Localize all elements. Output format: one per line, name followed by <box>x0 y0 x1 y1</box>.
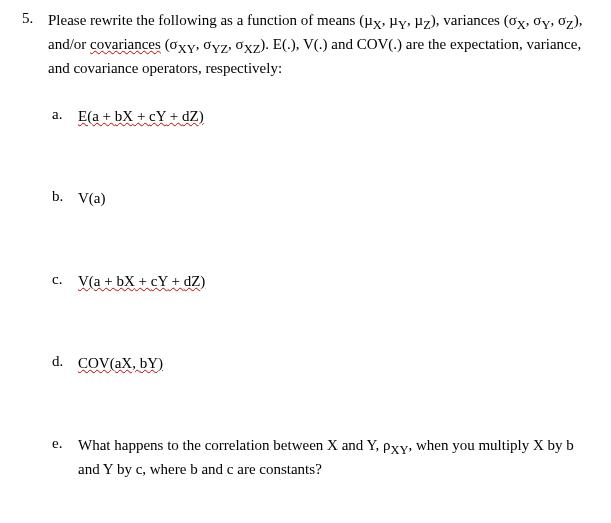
subpart-b: b. V(a) <box>22 188 589 208</box>
intro-text: ), variances (σ <box>431 12 517 28</box>
subpart-c: c. V(a + bX + cY + dZ) <box>22 271 589 291</box>
expr: a + <box>94 273 117 289</box>
intro-text: , µ <box>407 12 423 28</box>
subpart-body: What happens to the correlation between … <box>78 435 589 479</box>
expr: V( <box>78 273 94 289</box>
expr: bX <box>115 108 133 124</box>
intro-text: , µ <box>382 12 398 28</box>
subpart-d: d. COV(aX, bY) <box>22 353 589 373</box>
intro-text: , σ <box>550 12 566 28</box>
subscript-y: Y <box>398 18 407 32</box>
expr: aX <box>115 355 133 371</box>
page-content: 5. Please rewrite the following as a fun… <box>0 0 611 489</box>
expr: + <box>168 273 184 289</box>
subpart-letter: a. <box>48 106 78 123</box>
subscript-yz: YZ <box>211 42 228 56</box>
expr: ) <box>199 108 204 124</box>
intro-text: , σ <box>228 36 244 52</box>
subscript-x: X <box>517 18 526 32</box>
question-body: Please rewrite the following as a functi… <box>48 10 589 78</box>
expr: a + <box>92 108 115 124</box>
expr: , <box>132 355 140 371</box>
expr: ) <box>200 273 205 289</box>
subpart-letter: b. <box>48 188 78 205</box>
subscript-xz: XZ <box>244 42 261 56</box>
subpart-letter: c. <box>48 271 78 288</box>
question-text: What happens to the correlation between … <box>78 437 390 453</box>
subscript-z: Z <box>566 18 574 32</box>
subscript-xy: XY <box>178 42 196 56</box>
subpart-body: V(a + bX + cY + dZ) <box>78 271 589 291</box>
question-number: 5. <box>22 10 48 27</box>
intro-text: , σ <box>196 36 212 52</box>
expr: cY <box>151 273 168 289</box>
intro-text: Please rewrite the following as a functi… <box>48 12 373 28</box>
expr: dZ <box>184 273 201 289</box>
expr: bY <box>140 355 158 371</box>
expr: COV( <box>78 355 115 371</box>
formula-text: V(a + bX + cY + dZ) <box>78 273 205 289</box>
subparts-list: a. E(a + bX + cY + dZ) b. V(a) c. V(a + … <box>22 106 589 479</box>
subscript-z: Z <box>423 18 431 32</box>
expr: + <box>135 273 151 289</box>
intro-text: (σ <box>161 36 178 52</box>
subscript-x: X <box>373 18 382 32</box>
subpart-letter: d. <box>48 353 78 370</box>
subpart-body: E(a + bX + cY + dZ) <box>78 106 589 126</box>
expr: dZ <box>182 108 199 124</box>
formula-text: E(a + bX + cY + dZ) <box>78 108 204 124</box>
spellcheck-word: covariances <box>90 36 161 52</box>
subpart-letter: e. <box>48 435 78 452</box>
expr: cY <box>149 108 166 124</box>
question-row: 5. Please rewrite the following as a fun… <box>22 10 589 78</box>
subscript-xy: XY <box>390 443 408 457</box>
expr: bX <box>116 273 134 289</box>
subpart-e: e. What happens to the correlation betwe… <box>22 435 589 479</box>
expr: E( <box>78 108 92 124</box>
intro-text: , σ <box>526 12 542 28</box>
formula-text: COV(aX, bY) <box>78 355 163 371</box>
subpart-body: V(a) <box>78 188 589 208</box>
expr: ) <box>158 355 163 371</box>
expr: + <box>166 108 182 124</box>
formula-text: V(a) <box>78 190 105 206</box>
subpart-body: COV(aX, bY) <box>78 353 589 373</box>
expr: + <box>133 108 149 124</box>
subpart-a: a. E(a + bX + cY + dZ) <box>22 106 589 126</box>
